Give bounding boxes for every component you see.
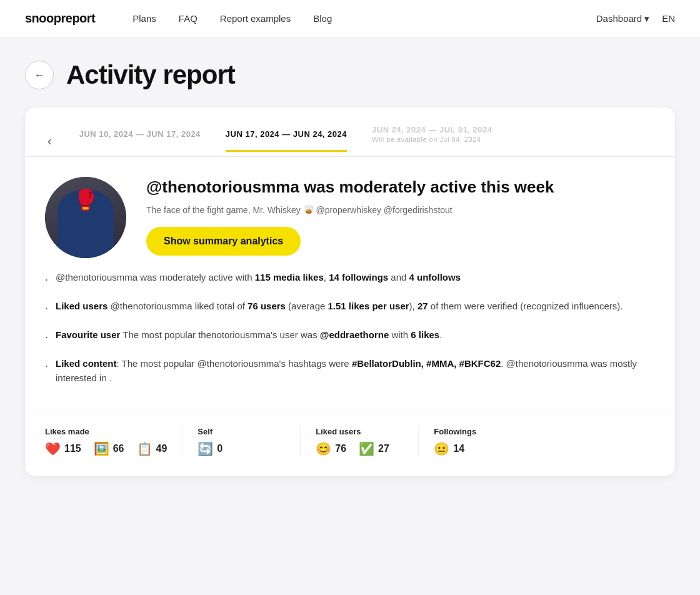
- stat-divider: [182, 427, 182, 456]
- stat-divider: [418, 427, 419, 456]
- bullet-text-1: @thenotoriousmma was moderately active w…: [56, 271, 461, 288]
- bullet-dot: ·: [45, 300, 48, 317]
- nav-right: Dashboard ▾ EN: [596, 13, 675, 24]
- tab-prev-week[interactable]: JUN 10, 2024 — JUN 17, 2024: [79, 129, 201, 152]
- nav-blog[interactable]: Blog: [313, 13, 332, 24]
- bullet-dot: ·: [45, 358, 48, 385]
- stat-group-self: Self 🔄 0: [198, 427, 285, 456]
- stat-item: 😊 76: [316, 441, 346, 456]
- stat-item: ❤️ 115: [45, 441, 81, 456]
- profile-info: @thenotoriousmma was moderately active t…: [146, 177, 655, 256]
- bullet-dot: ·: [45, 271, 48, 288]
- date-prev-button[interactable]: ‹: [45, 134, 54, 148]
- refresh-icon: 🔄: [198, 441, 213, 456]
- stat-item: 🖼️ 66: [94, 441, 124, 456]
- stat-group-label: Liked users: [316, 427, 403, 436]
- stat-group-followings: Followings 😐 14: [434, 427, 521, 456]
- profile-bio: The face of the fight game, Mr. Whiskey …: [146, 204, 655, 217]
- list-icon: 📋: [137, 441, 152, 456]
- verified-icon: ✅: [359, 441, 374, 456]
- smile-icon: 😊: [316, 441, 331, 456]
- avatar: [45, 177, 126, 258]
- summary-list: · @thenotoriousmma was moderately active…: [25, 271, 675, 409]
- list-item: · Liked content: The most popular @theno…: [45, 357, 655, 385]
- page-header: ← Activity report: [0, 38, 700, 108]
- tab-current-week[interactable]: JUN 17, 2024 — JUN 24, 2024: [226, 129, 347, 152]
- stat-divider: [300, 427, 301, 456]
- stat-item: ✅ 27: [359, 441, 389, 456]
- list-item: · @thenotoriousmma was moderately active…: [45, 271, 655, 288]
- stats-bar: Likes made ❤️ 115 🖼️ 66 📋 49 Self: [25, 414, 675, 456]
- stat-item: 😐 14: [434, 441, 464, 456]
- profile-section: @thenotoriousmma was moderately active t…: [25, 157, 675, 271]
- stat-value: 14: [453, 443, 464, 454]
- stat-value: 76: [335, 443, 346, 454]
- stat-value: 66: [113, 443, 124, 454]
- back-button[interactable]: ←: [25, 61, 54, 89]
- bullet-text-3: Favourite user The most popular thenotor…: [56, 328, 442, 346]
- bullet-text-4: Liked content: The most popular @thenoto…: [56, 357, 655, 385]
- stat-value: 27: [378, 443, 389, 454]
- nav-plans[interactable]: Plans: [132, 13, 156, 24]
- stat-group-liked-users: Liked users 😊 76 ✅ 27: [316, 427, 403, 456]
- stat-items: 😐 14: [434, 441, 521, 456]
- stat-item: 📋 49: [137, 441, 168, 456]
- bullet-dot: ·: [45, 329, 48, 346]
- page-title: Activity report: [66, 60, 235, 90]
- stat-items: 🔄 0: [198, 441, 285, 456]
- nav-faq[interactable]: FAQ: [179, 13, 198, 24]
- image-icon: 🖼️: [94, 441, 109, 456]
- heart-icon: ❤️: [45, 441, 61, 456]
- stat-items: 😊 76 ✅ 27: [316, 441, 403, 456]
- nav-report-examples[interactable]: Report examples: [220, 13, 291, 24]
- future-note: Will be available on Jul 04, 2024: [372, 136, 492, 143]
- list-item: · Liked users @thenotoriousmma liked tot…: [45, 299, 655, 317]
- list-item: · Favourite user The most popular thenot…: [45, 328, 655, 346]
- stat-group-label: Followings: [434, 427, 521, 436]
- tab-next-week: JUN 24, 2024 — JUL 01, 2024 Will be avai…: [372, 125, 492, 156]
- neutral-face-icon: 😐: [434, 441, 449, 456]
- avatar-figure: [45, 177, 126, 258]
- nav-links: Plans FAQ Report examples Blog: [132, 13, 596, 24]
- stat-group-likes-made: Likes made ❤️ 115 🖼️ 66 📋 49: [45, 427, 167, 456]
- dashboard-button[interactable]: Dashboard ▾: [596, 13, 649, 24]
- navbar: snoopreport Plans FAQ Report examples Bl…: [0, 0, 700, 38]
- stat-value: 49: [156, 443, 168, 454]
- stat-value: 115: [64, 443, 81, 454]
- stat-group-label: Self: [198, 427, 285, 436]
- main-card: ‹ JUN 10, 2024 — JUN 17, 2024 JUN 17, 20…: [25, 108, 675, 476]
- stat-value: 0: [217, 443, 222, 454]
- stat-group-label: Likes made: [45, 427, 167, 436]
- show-analytics-button[interactable]: Show summary analytics: [146, 227, 301, 256]
- stat-items: ❤️ 115 🖼️ 66 📋 49: [45, 441, 167, 456]
- brand-logo: snoopreport: [25, 11, 95, 26]
- date-tabs: ‹ JUN 10, 2024 — JUN 17, 2024 JUN 17, 20…: [25, 108, 675, 157]
- profile-headline: @thenotoriousmma was moderately active t…: [146, 177, 655, 198]
- bullet-text-2: Liked users @thenotoriousmma liked total…: [56, 299, 622, 317]
- chevron-down-icon: ▾: [644, 13, 649, 24]
- stat-item: 🔄 0: [198, 441, 222, 456]
- language-selector[interactable]: EN: [662, 13, 675, 24]
